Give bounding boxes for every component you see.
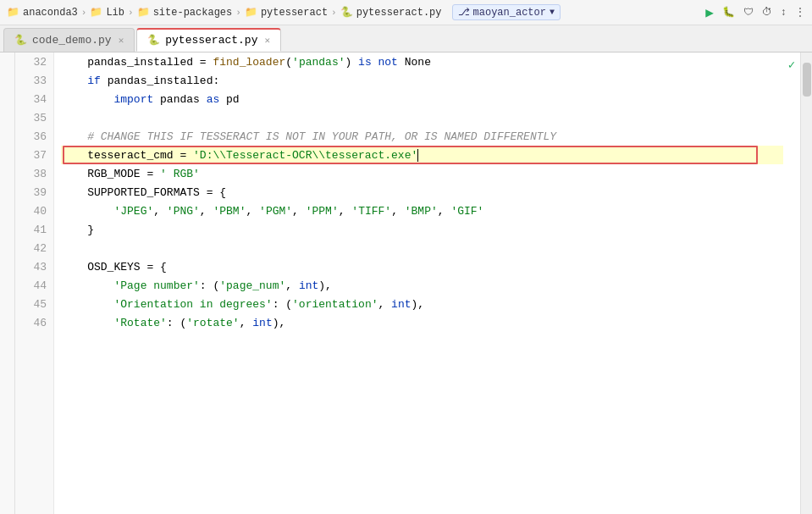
line-num-37: 37 bbox=[15, 146, 53, 164]
tab-file-icon-active: 🐍 bbox=[147, 34, 160, 47]
code-line-41: □ } bbox=[61, 220, 783, 239]
code-line-43: ▾ OSD_KEYS = { bbox=[61, 257, 783, 276]
toolbar-icons: ▶ 🐛 🛡 ⏱ ↕ ⋮ bbox=[705, 4, 805, 21]
code-line-38: RGB_MODE = ' RGB' bbox=[61, 164, 783, 183]
breadcrumb-pytesseract-file[interactable]: 🐍 pytesseract.py bbox=[340, 6, 442, 19]
tab-close-code-demo[interactable]: ✕ bbox=[119, 35, 124, 46]
line-numbers: 323334353637383940414243444546 bbox=[15, 53, 54, 514]
breadcrumb-sitepackages[interactable]: 📁 site-packages bbox=[137, 6, 233, 19]
code-area[interactable]: pandas_installed = find_loader('pandas')… bbox=[54, 53, 783, 514]
line-num-34: 34 bbox=[15, 90, 53, 108]
sep4: › bbox=[331, 8, 337, 18]
line-num-39: 39 bbox=[15, 183, 53, 202]
code-line-40: 'JPEG', 'PNG', 'PBM', 'PGM', 'PPM', 'TIF… bbox=[61, 202, 783, 220]
file-icon: 🐍 bbox=[340, 6, 353, 19]
debug-icon[interactable]: 🐛 bbox=[722, 6, 735, 19]
tab-bar: 🐍 code_demo.py ✕ 🐍 pytesseract.py ✕ bbox=[0, 25, 812, 53]
line-num-36: 36 bbox=[15, 127, 53, 146]
editor-container: 323334353637383940414243444546 pandas_in… bbox=[0, 53, 812, 514]
check-icon: ✓ bbox=[788, 58, 795, 72]
line-num-32: 32 bbox=[15, 53, 53, 71]
line-num-38: 38 bbox=[15, 164, 53, 183]
tab-code-demo[interactable]: 🐍 code_demo.py ✕ bbox=[3, 28, 135, 52]
left-gutter bbox=[0, 53, 15, 514]
folder-icon: 📁 bbox=[7, 6, 19, 19]
breadcrumb-pytesseract-folder[interactable]: 📁 pytesseract bbox=[245, 6, 328, 19]
line-num-45: 45 bbox=[15, 295, 53, 313]
chevron-down-icon: ▼ bbox=[550, 8, 555, 17]
tab-file-icon: 🐍 bbox=[14, 34, 27, 47]
code-line-34: import pandas as pd bbox=[61, 90, 783, 108]
folder-icon: 📁 bbox=[245, 6, 257, 19]
right-check: ✓ bbox=[783, 53, 800, 514]
line-num-44: 44 bbox=[15, 276, 53, 295]
breadcrumb-lib[interactable]: 📁 Lib bbox=[90, 6, 124, 19]
branch-selector[interactable]: ⎇ maoyan_actor ▼ bbox=[452, 4, 561, 20]
run-button[interactable]: ▶ bbox=[705, 4, 714, 21]
git-icon[interactable]: ↕ bbox=[781, 7, 787, 19]
branch-icon: ⎇ bbox=[458, 6, 470, 19]
code-line-44: 'Page number': ('page_num', int), bbox=[61, 276, 783, 295]
line-num-33: 33 bbox=[15, 71, 53, 90]
line-num-35: 35 bbox=[15, 108, 53, 127]
breadcrumb-bar: 📁 anaconda3 › 📁 Lib › 📁 site-packages › … bbox=[0, 0, 812, 25]
profile-icon[interactable]: ⏱ bbox=[762, 6, 772, 19]
scrollbar-thumb[interactable] bbox=[803, 63, 811, 97]
text-cursor: ​ bbox=[417, 149, 418, 162]
breadcrumb-anaconda3[interactable]: 📁 anaconda3 bbox=[7, 6, 78, 19]
sep3: › bbox=[235, 8, 241, 18]
code-line-39: ▾ SUPPORTED_FORMATS = { bbox=[61, 183, 783, 202]
coverage-icon[interactable]: 🛡 bbox=[743, 6, 754, 19]
code-line-42 bbox=[61, 239, 783, 257]
sep1: › bbox=[81, 8, 87, 18]
line-num-43: 43 bbox=[15, 257, 53, 276]
folder-icon: 📁 bbox=[137, 6, 150, 19]
code-line-45: 'Orientation in degrees': ('orientation'… bbox=[61, 295, 783, 313]
sep2: › bbox=[128, 8, 134, 18]
code-line-32: pandas_installed = find_loader('pandas')… bbox=[61, 53, 783, 71]
line-num-41: 41 bbox=[15, 220, 53, 239]
code-line-33: if pandas_installed: bbox=[61, 71, 783, 90]
code-line-35 bbox=[61, 108, 783, 127]
code-line-37: tesseract_cmd = 'D:\\Tesseract-OCR\\tess… bbox=[61, 146, 783, 164]
code-line-36: # CHANGE THIS IF TESSERACT IS NOT IN YOU… bbox=[61, 127, 783, 146]
scrollbar[interactable] bbox=[800, 53, 812, 514]
line-num-42: 42 bbox=[15, 239, 53, 257]
code-line-46: 'Rotate': ('rotate', int), bbox=[61, 313, 783, 332]
line-num-40: 40 bbox=[15, 202, 53, 220]
folder-icon: 📁 bbox=[90, 6, 102, 19]
tab-close-pytesseract[interactable]: ✕ bbox=[264, 35, 270, 46]
tab-pytesseract[interactable]: 🐍 pytesseract.py ✕ bbox=[136, 28, 281, 52]
line-num-46: 46 bbox=[15, 313, 53, 332]
more-icon[interactable]: ⋮ bbox=[795, 6, 805, 19]
